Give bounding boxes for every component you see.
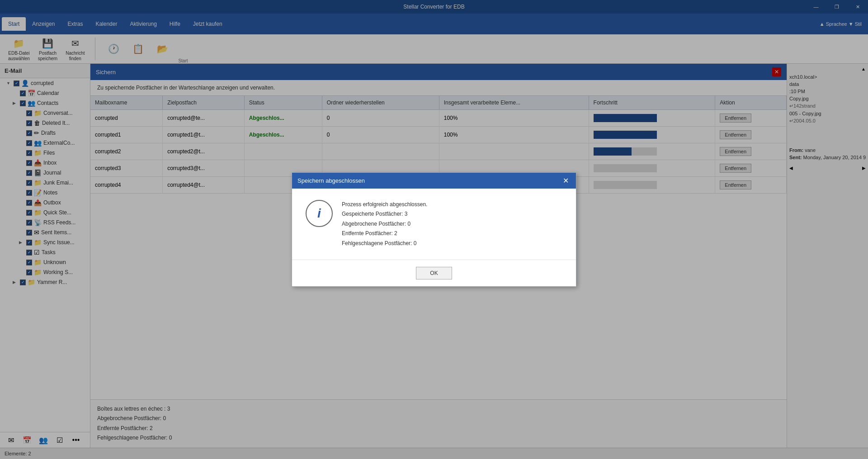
info-icon: i xyxy=(306,200,333,227)
modal-line-2: Gespeicherte Postfächer: 3 xyxy=(342,209,427,219)
modal-box: Speichern abgeschlossen ✕ i Prozess erfo… xyxy=(292,172,576,287)
modal-footer: OK xyxy=(292,260,576,286)
modal-titlebar: Speichern abgeschlossen ✕ xyxy=(292,173,576,189)
modal-overlay: Speichern abgeschlossen ✕ i Prozess erfo… xyxy=(0,0,868,459)
modal-line-3: Abgebrochene Postfächer: 0 xyxy=(342,219,427,229)
modal-title: Speichern abgeschlossen xyxy=(297,177,365,184)
modal-content: i Prozess erfolgreich abgeschlossen. Ges… xyxy=(292,189,576,260)
modal-line-5: Fehlgeschlagene Postfächer: 0 xyxy=(342,239,427,249)
modal-line-4: Entfernte Postfächer: 2 xyxy=(342,229,427,239)
modal-text: Prozess erfolgreich abgeschlossen. Gespe… xyxy=(342,200,427,249)
modal-close-btn[interactable]: ✕ xyxy=(561,176,571,185)
modal-line-1: Prozess erfolgreich abgeschlossen. xyxy=(342,200,427,210)
modal-ok-btn[interactable]: OK xyxy=(416,267,452,279)
